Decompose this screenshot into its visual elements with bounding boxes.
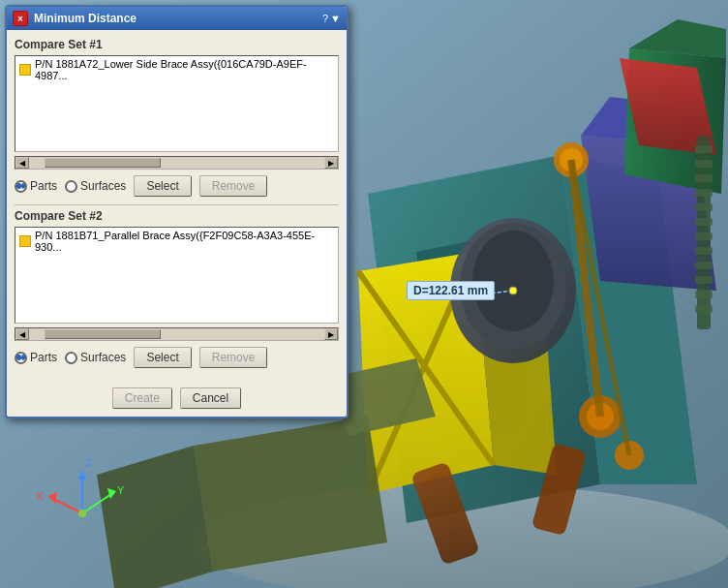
svg-rect-33 <box>695 218 713 226</box>
help-button[interactable]: ? ▼ <box>322 13 341 24</box>
compare-set-1-item-text: P/N 1881A72_Lower Side Brace Assy({016CA… <box>35 58 334 81</box>
part-icon-2 <box>19 235 31 247</box>
dialog-title: Minimum Distance <box>34 12 136 25</box>
svg-text:X: X <box>36 490 44 502</box>
dialog-titlebar: × Minimum Distance ? ▼ <box>7 7 347 30</box>
part-icon-1 <box>19 64 31 76</box>
dialog-body: Compare Set #1 P/N 1881A72_Lower Side Br… <box>7 30 347 384</box>
distance-label: D=122.61 mm <box>407 281 495 300</box>
distance-value: D=122.61 mm <box>413 284 488 297</box>
scroll-right-1[interactable]: ▶ <box>324 157 338 169</box>
titlebar-left: × Minimum Distance <box>13 11 136 26</box>
remove-button-2[interactable]: Remove <box>199 347 268 368</box>
select-button-1[interactable]: Select <box>134 175 191 197</box>
svg-rect-31 <box>695 189 713 197</box>
svg-rect-38 <box>695 291 713 298</box>
compare-set-2-item-text: P/N 1881B71_Parallel Brace Assy({F2F09C5… <box>35 230 334 253</box>
parts-radio-2[interactable]: Parts <box>15 351 57 364</box>
surfaces-label-2: Surfaces <box>80 351 126 364</box>
parts-radio-1[interactable]: Parts <box>15 179 57 193</box>
compare-set-2-listbox[interactable]: P/N 1881B71_Parallel Brace Assy({F2F09C5… <box>15 227 339 324</box>
svg-rect-35 <box>695 247 713 255</box>
dialog-container: × Minimum Distance ? ▼ Compare Set #1 P/… <box>0 0 353 450</box>
scrollbar-1[interactable]: ◀ ▶ <box>15 156 339 170</box>
scroll-thumb-1[interactable] <box>45 158 161 168</box>
scroll-left-2[interactable]: ◀ <box>15 328 29 340</box>
surfaces-radio-circle-2[interactable] <box>65 352 77 364</box>
svg-rect-37 <box>695 276 713 284</box>
divider <box>15 204 339 205</box>
surfaces-radio-2[interactable]: Surfaces <box>65 351 126 364</box>
cancel-button[interactable]: Cancel <box>180 387 241 409</box>
surfaces-label-1: Surfaces <box>80 179 126 193</box>
parts-label-1: Parts <box>30 179 57 193</box>
parts-radio-circle-2[interactable] <box>15 352 27 364</box>
parts-label-2: Parts <box>30 351 57 364</box>
svg-rect-34 <box>695 232 713 240</box>
controls-row-2: Parts Surfaces Select Remove <box>15 347 339 368</box>
compare-set-1-label: Compare Set #1 <box>15 38 339 51</box>
scroll-thumb-2[interactable] <box>45 329 161 339</box>
remove-button-1[interactable]: Remove <box>199 175 268 197</box>
svg-rect-28 <box>695 145 713 153</box>
close-button[interactable]: × <box>13 11 28 26</box>
svg-rect-30 <box>695 174 713 182</box>
svg-point-52 <box>78 510 86 517</box>
create-button[interactable]: Create <box>112 387 172 409</box>
svg-text:Z: Z <box>85 457 92 469</box>
surfaces-radio-circle-1[interactable] <box>65 180 77 193</box>
scroll-right-2[interactable]: ▶ <box>324 328 338 340</box>
svg-rect-36 <box>695 262 713 269</box>
compare-set-1-item: P/N 1881A72_Lower Side Brace Assy({016CA… <box>15 56 338 83</box>
scrollbar-2[interactable]: ◀ ▶ <box>15 327 339 341</box>
compare-set-2-item: P/N 1881B71_Parallel Brace Assy({F2F09C5… <box>15 228 338 255</box>
svg-point-45 <box>509 287 517 294</box>
compare-set-2-label: Compare Set #2 <box>15 209 339 223</box>
svg-text:Y: Y <box>117 484 125 496</box>
parts-radio-circle-1[interactable] <box>15 180 27 193</box>
surfaces-radio-1[interactable]: Surfaces <box>65 179 126 193</box>
bottom-buttons: Create Cancel <box>7 384 347 417</box>
svg-rect-32 <box>695 203 713 211</box>
minimum-distance-dialog: × Minimum Distance ? ▼ Compare Set #1 P/… <box>5 5 349 418</box>
svg-rect-29 <box>695 160 713 168</box>
scroll-left-1[interactable]: ◀ <box>15 157 29 169</box>
compare-set-1-listbox[interactable]: P/N 1881A72_Lower Side Brace Assy({016CA… <box>15 55 339 152</box>
svg-rect-39 <box>695 305 713 313</box>
select-button-2[interactable]: Select <box>134 347 191 368</box>
controls-row-1: Parts Surfaces Select Remove <box>15 175 339 197</box>
